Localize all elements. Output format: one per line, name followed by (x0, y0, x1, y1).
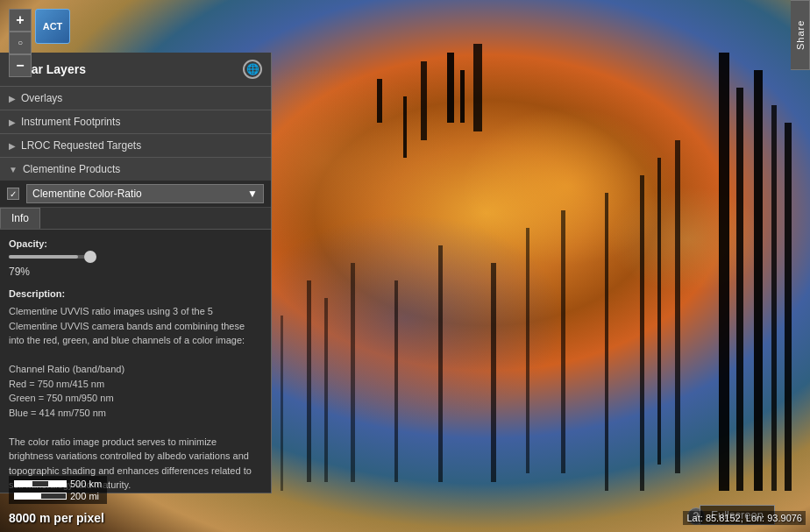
layer-group-label-clementine-products: Clementine Products (23, 163, 120, 175)
layer-group-overlays: ▶ Overlays (0, 87, 271, 110)
info-panel[interactable]: Opacity: 79% Description: Clementine UVV… (0, 230, 271, 493)
layer-group-clementine-products: ▼ Clementine Products ✓ Clementine Color… (0, 158, 271, 493)
pixel-info: 8000 m per pixel (9, 511, 104, 525)
sidebar-header: Lunar Layers 🌐 (0, 53, 271, 87)
layer-group-header-lroc-targets[interactable]: ▶ LROC Requested Targets (0, 134, 271, 157)
scale-bar: 500 km 200 mi (9, 476, 107, 504)
layer-group-header-overlays[interactable]: ▶ Overlays (0, 87, 271, 110)
sidebar-panel: Lunar Layers 🌐 ▶ Overlays ▶ Instrument F… (0, 53, 272, 493)
clementine-checkbox[interactable]: ✓ (7, 188, 19, 200)
info-tab-bar: Info (0, 208, 271, 230)
act-logo[interactable]: ACT (35, 9, 70, 44)
layer-group-header-instrument-footprints[interactable]: ▶ Instrument Footprints (0, 110, 271, 133)
clementine-layer-row: ✓ Clementine Color-Ratio ▼ (0, 181, 271, 208)
tab-info[interactable]: Info (0, 208, 40, 229)
layer-group-instrument-footprints: ▶ Instrument Footprints (0, 110, 271, 134)
description-text: Clementine UVVIS ratio images using 3 of… (9, 304, 262, 493)
clementine-dropdown[interactable]: Clementine Color-Ratio ▼ (26, 184, 264, 203)
zoom-home-button[interactable]: ○ (9, 32, 32, 54)
layer-group-header-clementine-products[interactable]: ▼ Clementine Products (0, 158, 271, 181)
scale-mi-label: 200 mi (70, 491, 99, 501)
arrow-icon-instrument-footprints: ▶ (9, 117, 16, 127)
dropdown-arrow-icon: ▼ (247, 188, 258, 200)
zoom-in-button[interactable]: + (9, 9, 32, 32)
opacity-slider-container (9, 255, 262, 259)
globe-icon[interactable]: 🌐 (243, 60, 262, 79)
zoom-controls: + ○ − (9, 9, 32, 77)
layer-group-lroc-targets: ▶ LROC Requested Targets (0, 134, 271, 158)
share-button[interactable]: Share (791, 0, 810, 70)
scale-km-label: 500 km (70, 479, 102, 489)
description-label: Description: (9, 287, 262, 301)
opacity-slider-fill (9, 255, 78, 259)
opacity-slider-track (9, 255, 96, 259)
coordinates-display: Lat: 85.8152, Lon: 93.9076 (683, 511, 806, 525)
layer-group-label-overlays: Overlays (21, 92, 62, 104)
zoom-out-button[interactable]: − (9, 54, 32, 77)
arrow-icon-lroc-targets: ▶ (9, 141, 16, 151)
arrow-icon-overlays: ▶ (9, 94, 16, 103)
sidebar-scroll[interactable]: ▶ Overlays ▶ Instrument Footprints ▶ LRO… (0, 87, 271, 493)
layer-group-label-instrument-footprints: Instrument Footprints (21, 116, 120, 128)
layer-group-label-lroc-targets: LROC Requested Targets (21, 139, 141, 152)
dropdown-value: Clementine Color-Ratio (32, 188, 142, 200)
opacity-value: 79% (9, 264, 262, 280)
arrow-icon-clementine-products: ▼ (9, 165, 18, 174)
opacity-label: Opacity: (9, 237, 262, 252)
opacity-slider-thumb[interactable] (84, 251, 96, 263)
